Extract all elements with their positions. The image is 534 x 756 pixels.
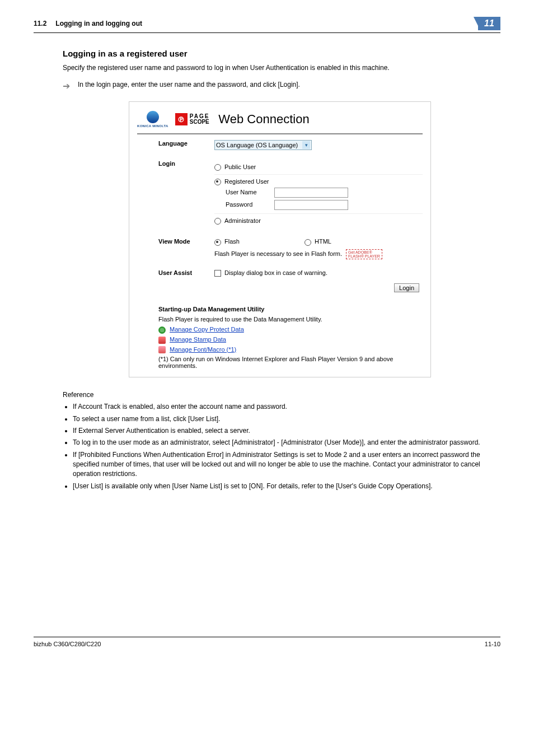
view-mode-label: View Mode — [158, 238, 214, 245]
pagescope-logo: ℗ PAGE SCOPE — [175, 113, 210, 125]
manage-font-macro-link[interactable]: Manage Font/Macro (*1) — [170, 346, 236, 353]
user-assist-text: Display dialog box in case of warning. — [224, 269, 327, 276]
section-number: 11.2 — [34, 20, 46, 27]
stamp-icon — [158, 337, 166, 344]
dmu-footnote: (*1) Can only run on Windows Internet Ex… — [158, 356, 394, 369]
dmu-title: Starting-up Data Management Utility — [158, 306, 423, 312]
registered-user-radio[interactable] — [214, 179, 221, 185]
page-header: 11.2 Logging in and logging out 11 — [34, 17, 500, 33]
arrow-icon: ➔ — [63, 81, 70, 91]
user-name-label: User Name — [226, 189, 257, 195]
login-label: Login — [158, 160, 214, 167]
section-title: Logging in and logging out — [55, 20, 142, 27]
password-input[interactable] — [274, 200, 348, 210]
step-text: In the login page, enter the user name a… — [78, 81, 300, 88]
flash-label: Flash — [224, 238, 240, 245]
reference-list: If Account Track is enabled, also enter … — [73, 402, 487, 491]
reference-heading: Reference — [63, 391, 500, 399]
logo-row: KONICA MINOLTA ℗ PAGE SCOPE Web Connecti… — [137, 108, 423, 134]
adobe-flash-badge[interactable]: Get ADOBE®FLASH® PLAYER — [346, 249, 382, 260]
language-row: Language OS Language (OS Language) ▾ — [137, 134, 423, 155]
manage-copy-protect-link[interactable]: Manage Copy Protect Data — [170, 326, 244, 333]
language-value: OS Language (OS Language) — [216, 142, 298, 148]
registered-user-label: Registered User — [224, 178, 269, 185]
language-select[interactable]: OS Language (OS Language) ▾ — [214, 140, 312, 150]
globe-icon — [147, 111, 159, 123]
public-user-radio[interactable] — [214, 164, 221, 171]
user-assist-row: User Assist Display dialog box in case o… — [137, 264, 423, 300]
pagescope-icon: ℗ — [175, 113, 188, 125]
login-row: Login Public User Registered User User N… — [137, 155, 423, 232]
language-label: Language — [158, 140, 214, 147]
login-button[interactable]: Login — [394, 283, 419, 292]
user-assist-checkbox[interactable] — [214, 270, 221, 277]
reference-item: To log in to the user mode as an adminis… — [73, 438, 487, 447]
footer-model: bizhub C360/C280/C220 — [34, 641, 101, 647]
reference-item: [User List] is available only when [User… — [73, 482, 487, 491]
public-user-label: Public User — [224, 164, 256, 170]
reference-item: To select a user name from a list, click… — [73, 414, 487, 424]
pagescope-text: PAGE SCOPE — [190, 114, 210, 125]
intro-paragraph: Specify the registered user name and pas… — [63, 63, 488, 73]
chevron-down-icon: ▾ — [302, 141, 310, 149]
flash-radio[interactable] — [214, 239, 221, 246]
data-management-utility: Starting-up Data Management Utility Flas… — [137, 300, 423, 369]
brand-small-text: KONICA MINOLTA — [137, 124, 168, 128]
reference-item: If [Prohibited Functions When Authentica… — [73, 450, 487, 479]
font-macro-icon — [158, 346, 166, 353]
user-assist-label: User Assist — [158, 269, 214, 276]
web-connection-text: Web Connection — [218, 112, 309, 127]
manage-stamp-link[interactable]: Manage Stamp Data — [170, 336, 226, 343]
administrator-radio[interactable] — [214, 218, 221, 225]
login-screenshot: KONICA MINOLTA ℗ PAGE SCOPE Web Connecti… — [129, 101, 431, 377]
user-name-input[interactable] — [274, 188, 348, 198]
subsection-heading: Logging in as a registered user — [63, 49, 500, 58]
step-line: ➔ In the login page, enter the user name… — [63, 81, 500, 91]
gear-icon — [158, 326, 166, 334]
page-footer: bizhub C360/C280/C220 11-10 — [34, 637, 500, 647]
reference-item: If Account Track is enabled, also enter … — [73, 402, 487, 412]
flash-note: Flash Player is necessary to see in Flas… — [214, 250, 342, 257]
view-mode-row: View Mode Flash HTML Flash Player is nec… — [137, 232, 423, 264]
reference-item: If External Server Authentication is ena… — [73, 426, 487, 436]
chapter-badge: 11 — [478, 17, 500, 30]
html-radio[interactable] — [305, 239, 311, 246]
administrator-label: Administrator — [224, 217, 261, 224]
konica-minolta-logo: KONICA MINOLTA — [137, 111, 168, 128]
html-label: HTML — [315, 238, 331, 245]
password-label: Password — [226, 201, 252, 208]
footer-page: 11-10 — [485, 641, 500, 647]
dmu-note: Flash Player is required to use the Data… — [158, 316, 423, 323]
